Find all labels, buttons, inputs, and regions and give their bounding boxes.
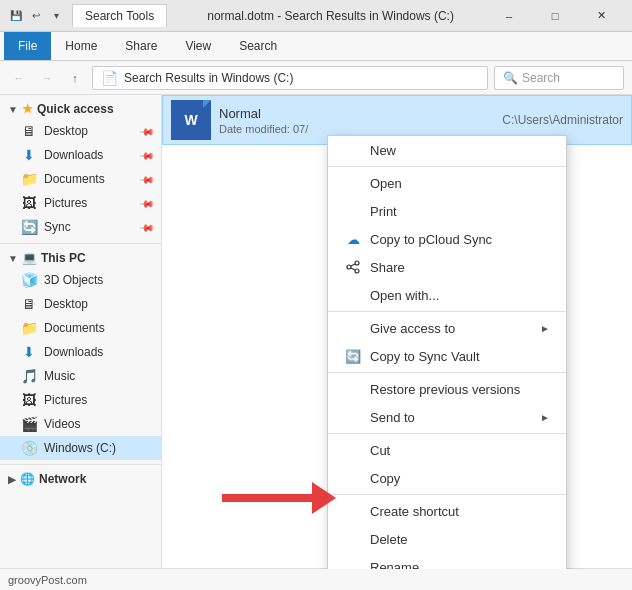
ctx-send-to[interactable]: Send to ► xyxy=(328,403,566,431)
pin-icon: 📌 xyxy=(139,123,155,139)
sync-icon: 🔄 xyxy=(20,218,38,236)
tab-search[interactable]: Search xyxy=(225,32,291,60)
network-icon: 🌐 xyxy=(20,472,35,486)
ctx-share[interactable]: Share xyxy=(328,253,566,281)
window-title: normal.dotm - Search Results in Windows … xyxy=(175,9,486,23)
ctx-print[interactable]: Print xyxy=(328,197,566,225)
dropdown-icon[interactable]: ▾ xyxy=(48,8,64,24)
watermark: groovyPost.com xyxy=(8,574,87,586)
sidebar-item-pictures-quick[interactable]: 🖼 Pictures 📌 xyxy=(0,191,161,215)
this-pc-arrow: ▼ xyxy=(8,253,18,264)
downloads-icon: ⬇ xyxy=(20,146,38,164)
desktop2-icon: 🖥 xyxy=(20,295,38,313)
ctx-new[interactable]: New xyxy=(328,136,566,164)
pin-icon5: 📌 xyxy=(139,219,155,235)
3d-icon: 🧊 xyxy=(20,271,38,289)
address-bar: ← → ↑ 📄 Search Results in Windows (C:) 🔍… xyxy=(0,61,632,95)
send-to-arrow: ► xyxy=(540,412,550,423)
sidebar-item-documents-pc[interactable]: 📁 Documents xyxy=(0,316,161,340)
network-header[interactable]: ▶ 🌐 Network xyxy=(0,469,161,489)
forward-button[interactable]: → xyxy=(36,67,58,89)
status-bar: groovyPost.com xyxy=(0,568,632,590)
ctx-cut[interactable]: Cut xyxy=(328,436,566,464)
ctx-copy[interactable]: Copy xyxy=(328,464,566,492)
ctx-open[interactable]: Open xyxy=(328,169,566,197)
quick-access-star: ★ xyxy=(22,102,33,116)
ctx-create-shortcut[interactable]: Create shortcut xyxy=(328,497,566,525)
ctx-copy-pcloud[interactable]: ☁ Copy to pCloud Sync xyxy=(328,225,566,253)
pictures-icon: 🖼 xyxy=(20,194,38,212)
title-bar: 💾 ↩ ▾ Search Tools normal.dotm - Search … xyxy=(0,0,632,32)
divider1 xyxy=(0,243,161,244)
ctx-sep4 xyxy=(328,433,566,434)
svg-line-4 xyxy=(351,268,355,270)
ctx-restore[interactable]: Restore previous versions xyxy=(328,375,566,403)
quick-access-label: Quick access xyxy=(37,102,114,116)
arrow-head xyxy=(312,482,336,514)
path-text: Search Results in Windows (C:) xyxy=(124,71,293,85)
desktop-icon: 🖥 xyxy=(20,122,38,140)
tab-view[interactable]: View xyxy=(171,32,225,60)
path-icon: 📄 xyxy=(101,70,118,86)
this-pc-label: This PC xyxy=(41,251,86,265)
svg-point-1 xyxy=(347,265,351,269)
tab-home[interactable]: Home xyxy=(51,32,111,60)
ctx-delete[interactable]: Delete xyxy=(328,525,566,553)
sidebar: ▼ ★ Quick access 🖥 Desktop 📌 ⬇ Downloads… xyxy=(0,95,162,569)
content-area: W Normal Date modified: 07/ C:\Users\Adm… xyxy=(162,95,632,569)
address-path[interactable]: 📄 Search Results in Windows (C:) xyxy=(92,66,488,90)
quick-access-header[interactable]: ▼ ★ Quick access xyxy=(0,99,161,119)
sync-vault-icon: 🔄 xyxy=(344,349,362,364)
ctx-sep1 xyxy=(328,166,566,167)
sidebar-item-pictures-pc[interactable]: 🖼 Pictures xyxy=(0,388,161,412)
minimize-button[interactable]: – xyxy=(486,0,532,32)
search-tools-label: Search Tools xyxy=(85,9,154,23)
ribbon: File Home Share View Search xyxy=(0,32,632,61)
sidebar-item-videos[interactable]: 🎬 Videos xyxy=(0,412,161,436)
pin-icon2: 📌 xyxy=(139,147,155,163)
close-button[interactable]: ✕ xyxy=(578,0,624,32)
share-icon xyxy=(344,260,362,274)
svg-point-2 xyxy=(355,269,359,273)
up-button[interactable]: ↑ xyxy=(64,67,86,89)
sidebar-item-3d-objects[interactable]: 🧊 3D Objects xyxy=(0,268,161,292)
quick-access-arrow: ▼ xyxy=(8,104,18,115)
sidebar-item-downloads-pc[interactable]: ⬇ Downloads xyxy=(0,340,161,364)
arrow-line xyxy=(222,494,312,502)
drive-icon: 💿 xyxy=(20,439,38,457)
sidebar-item-desktop-quick[interactable]: 🖥 Desktop 📌 xyxy=(0,119,161,143)
window-controls: – □ ✕ xyxy=(486,0,624,32)
big-arrow xyxy=(222,482,336,514)
sidebar-item-music[interactable]: 🎵 Music xyxy=(0,364,161,388)
file-path: C:\Users\Administrator xyxy=(502,113,623,127)
search-icon: 🔍 xyxy=(503,71,518,85)
this-pc-header[interactable]: ▼ 💻 This PC xyxy=(0,248,161,268)
ctx-copy-sync[interactable]: 🔄 Copy to Sync Vault xyxy=(328,342,566,370)
sidebar-item-desktop-pc[interactable]: 🖥 Desktop xyxy=(0,292,161,316)
search-tools-tab[interactable]: Search Tools xyxy=(72,4,167,27)
file-date: Date modified: 07/ xyxy=(219,123,502,135)
context-menu: New Open Print ☁ Copy to pCloud Sync xyxy=(327,135,567,569)
pin-icon4: 📌 xyxy=(139,195,155,211)
back-button[interactable]: ← xyxy=(8,67,30,89)
maximize-button[interactable]: □ xyxy=(532,0,578,32)
sidebar-item-downloads-quick[interactable]: ⬇ Downloads 📌 xyxy=(0,143,161,167)
tab-share[interactable]: Share xyxy=(111,32,171,60)
sidebar-item-documents-quick[interactable]: 📁 Documents 📌 xyxy=(0,167,161,191)
pin-icon3: 📌 xyxy=(139,171,155,187)
tab-file[interactable]: File xyxy=(4,32,51,60)
give-access-arrow: ► xyxy=(540,323,550,334)
undo-icon[interactable]: ↩ xyxy=(28,8,44,24)
ctx-rename[interactable]: Rename xyxy=(328,553,566,569)
svg-point-0 xyxy=(355,261,359,265)
ctx-sep3 xyxy=(328,372,566,373)
save-icon[interactable]: 💾 xyxy=(8,8,24,24)
ctx-give-access[interactable]: Give access to ► xyxy=(328,314,566,342)
file-info: Normal Date modified: 07/ xyxy=(219,106,502,135)
sidebar-item-sync-quick[interactable]: 🔄 Sync 📌 xyxy=(0,215,161,239)
sidebar-item-windows-c[interactable]: 💿 Windows (C:) xyxy=(0,436,161,460)
pcloud-icon: ☁ xyxy=(344,232,362,247)
search-box[interactable]: 🔍 Search xyxy=(494,66,624,90)
word-icon: W xyxy=(171,100,211,140)
ctx-open-with[interactable]: Open with... xyxy=(328,281,566,309)
